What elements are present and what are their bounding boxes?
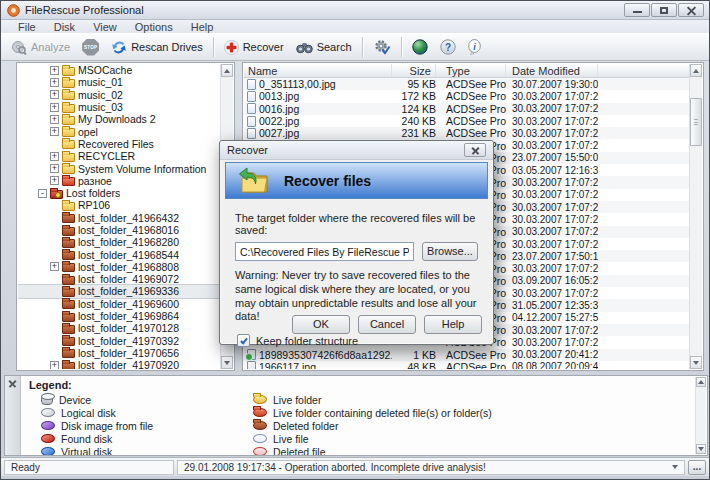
tree-item[interactable]: lost_folder_41970392 [18, 335, 220, 347]
tree-item[interactable]: lost_folder_41969600 [18, 298, 220, 310]
web-button[interactable] [406, 37, 434, 57]
tree-expander-icon[interactable]: + [50, 164, 59, 173]
tree-item[interactable]: + music_01 [18, 76, 220, 88]
folder-icon [62, 239, 75, 248]
tree-expander-icon[interactable]: + [50, 152, 59, 161]
tree-item[interactable]: lost_folder_41968544 [18, 248, 220, 260]
tree-item[interactable]: Recovered Files [18, 138, 220, 150]
tree-item[interactable]: + music_02 [18, 89, 220, 101]
tree-item[interactable]: - Lost folders [18, 187, 220, 199]
column-header-date-modified[interactable]: Date Modified [506, 64, 598, 77]
tree-expander-icon[interactable]: + [50, 103, 59, 112]
help-icon: ? [440, 39, 456, 55]
dialog-close-button[interactable] [464, 143, 486, 157]
minimize-button[interactable] [624, 3, 650, 17]
ok-button[interactable]: OK [292, 315, 350, 334]
tree-expander-icon[interactable]: + [50, 78, 59, 87]
tree-item[interactable]: + music_03 [18, 101, 220, 113]
tree-item[interactable]: lost_folder_41969072 [18, 273, 220, 285]
tree-expander-icon[interactable]: + [50, 262, 59, 271]
tree-item[interactable]: + MSOCache [18, 64, 220, 76]
stop-button[interactable]: STOP [76, 37, 105, 58]
file-row[interactable]: 0027.jpg 231 KB ACDSee Pro 2... 30.03.20… [244, 127, 689, 139]
legend-close-button[interactable] [7, 378, 18, 389]
app-window: FileRescue Professional FileDiskViewOpti… [0, 0, 710, 480]
list-scrollbar[interactable] [689, 64, 702, 369]
tree-item-label: lost_folder_41970392 [78, 335, 179, 347]
tree-expander-icon[interactable]: + [50, 90, 59, 99]
file-size: 95 KB [392, 78, 436, 90]
legend-scrollbar[interactable] [695, 377, 706, 454]
cancel-button[interactable]: Cancel [358, 315, 416, 334]
scroll-up-arrow[interactable] [690, 64, 702, 77]
tree-item[interactable]: + System Volume Information [18, 162, 220, 174]
tree-expander-icon[interactable]: + [50, 115, 59, 124]
file-row[interactable]: 1966117.jpg 48 KB ACDSee Pro 2... 08.08.… [244, 361, 689, 369]
tree-item[interactable]: + lost_folder_41968808 [18, 261, 220, 273]
menu-item[interactable]: Disk [45, 21, 84, 33]
file-date: 23.07.2007 17:50:19 [506, 251, 598, 262]
target-folder-input[interactable] [235, 242, 414, 261]
tree-expander-icon[interactable]: + [50, 361, 59, 369]
tree-item[interactable]: + My Downloads 2 [18, 113, 220, 125]
keep-folder-structure-checkbox[interactable] [237, 334, 250, 347]
scroll-down-arrow[interactable] [696, 444, 706, 454]
tree-item[interactable]: lost_folder_41970656 [18, 347, 220, 359]
column-header-name[interactable]: Name [244, 64, 392, 77]
menu-item[interactable]: View [84, 21, 126, 33]
file-date: 30.03.2007 17:07:27 [506, 202, 598, 213]
tree-item[interactable]: lost_folder_41968280 [18, 236, 220, 248]
tree-item[interactable]: lost_folder_41968016 [18, 224, 220, 236]
column-header-type[interactable]: Type [436, 64, 506, 77]
file-row[interactable]: 0_351113,00.jpg 95 KB ACDSee Pro 2... 30… [244, 78, 689, 90]
menu-item[interactable]: File [9, 21, 45, 33]
browse-button[interactable]: Browse... [422, 242, 478, 261]
tree-item[interactable]: + opel [18, 125, 220, 137]
tree-item-label: lost_folder_41970128 [78, 322, 179, 334]
tree-item[interactable]: + lost_folder_41970920 [18, 359, 220, 369]
file-type: ACDSee Pro 2... [436, 361, 506, 369]
settings-button[interactable] [367, 37, 397, 57]
scroll-thumb[interactable] [690, 98, 702, 146]
tree-item-label: lost_folder_41969336 [78, 285, 179, 297]
tree-expander-icon[interactable]: + [50, 176, 59, 185]
status-more-button[interactable]: ... [688, 460, 706, 475]
file-row[interactable]: 0016.jpg 124 KB ACDSee Pro 2... 30.03.20… [244, 103, 689, 115]
status-dropdown-icon[interactable] [672, 465, 678, 469]
menu-item[interactable]: Options [126, 21, 182, 33]
legend-label: Deleted folder [273, 420, 338, 432]
file-date: 30.03.2007 17:07:27 [506, 263, 598, 274]
tree-item[interactable]: lost_folder_41970128 [18, 322, 220, 334]
close-button[interactable] [678, 3, 704, 17]
dialog-help-button[interactable]: Help [424, 315, 482, 334]
file-row[interactable]: 1898935307426f6d8aa1292.gif 1 KB ACDSee … [244, 349, 689, 361]
file-row[interactable]: 0022.jpg 240 KB ACDSee Pro 2... 30.03.20… [244, 115, 689, 127]
tree-expander-icon[interactable]: + [50, 127, 59, 136]
file-row[interactable]: 0013.jpg 172 KB ACDSee Pro 2... 30.03.20… [244, 90, 689, 102]
scroll-up-arrow[interactable] [696, 377, 706, 387]
scroll-down-arrow[interactable] [690, 356, 702, 369]
help-button[interactable]: ? [434, 37, 462, 57]
scroll-up-arrow[interactable] [221, 64, 233, 77]
tree-item[interactable]: + разное [18, 175, 220, 187]
tree-item[interactable]: RP106 [18, 199, 220, 211]
tree-expander-icon[interactable]: + [50, 66, 59, 75]
column-header-size[interactable]: Size [392, 64, 436, 77]
recover-button[interactable]: Recover [218, 38, 290, 57]
tree-item[interactable]: + RECYCLER [18, 150, 220, 162]
legend-label: Disk image from file [61, 420, 153, 432]
maximize-button[interactable] [651, 3, 677, 17]
info-button[interactable]: i [462, 37, 487, 57]
analyze-button[interactable]: Analyze [5, 38, 76, 57]
rescan-drives-button[interactable]: Rescan Drives [105, 38, 209, 57]
tree-item[interactable]: lost_folder_41969336 [18, 285, 220, 297]
legend-label: Live folder [273, 394, 321, 406]
tree-expander-icon[interactable]: - [38, 189, 47, 198]
menu-item[interactable]: Help [182, 21, 223, 33]
legend-item: Deleted folder [253, 419, 492, 432]
tree-item[interactable]: lost_folder_41969864 [18, 310, 220, 322]
search-button[interactable]: Search [290, 39, 358, 56]
tree-item[interactable]: lost_folder_41966432 [18, 212, 220, 224]
scroll-down-arrow[interactable] [221, 356, 233, 369]
file-date: 30.03.2007 17:07:27 [506, 91, 598, 102]
